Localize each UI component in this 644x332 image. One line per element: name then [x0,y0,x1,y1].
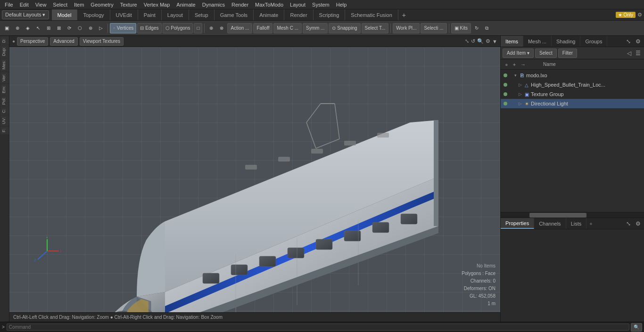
expand-light[interactable]: ▷ [518,101,522,106]
sidebar-item-dup[interactable]: Dup: [0,45,9,58]
falloff-btn[interactable]: Falloff [253,23,272,33]
toolbar-icon-x[interactable]: ⊗ [217,23,226,33]
panel-settings-btn[interactable]: ⚙ [634,38,642,45]
toolbar-icon-arrow[interactable]: ↖ [33,23,43,33]
tab-paint[interactable]: Paint [138,9,162,20]
toolbar-icon-expand[interactable]: ⧉ [482,23,491,33]
tab-scripting[interactable]: Scripting [314,9,346,20]
tree-item-light[interactable]: ▷ ☀ Directional Light [501,99,644,108]
sidebar-item-em[interactable]: Em: [0,84,9,95]
expand-mesh[interactable]: ▷ [518,82,522,87]
toolbar-icon-sel[interactable]: ◈ [23,23,33,33]
viewport-icon-search[interactable]: 🔍 [477,38,484,44]
sidebar-item-uv[interactable]: UV: [0,115,9,126]
sidebar-item-d[interactable]: D: [0,37,9,45]
add-item-button[interactable]: Add Item ▾ [503,49,534,58]
mesh-btn[interactable]: Mesh C ... [273,23,302,33]
viewport-icon-refresh[interactable]: ↺ [471,38,475,44]
viewport-icon-expand[interactable]: ⤡ [465,38,469,44]
perspective-btn[interactable]: Perspective [17,37,48,46]
tab-render[interactable]: Render [284,9,313,20]
work-plane-btn[interactable]: Work Pl... [393,23,420,33]
tab-lists[interactable]: Lists [566,218,587,229]
menu-dynamics[interactable]: Dynamics [199,1,228,8]
command-search-btn[interactable]: 🔍 [631,323,642,332]
select-button[interactable]: Select [535,49,557,58]
scene-tree-scroll[interactable]: ▾ 🖹 modo.lxo ▷ △ High_Speed_Bullet_Train… [501,70,644,212]
settings-icon[interactable]: ⚙ [637,12,642,18]
menu-view[interactable]: View [33,1,50,8]
menu-maxtomodo[interactable]: MaxToModo [252,1,286,8]
toolbar-icon-add[interactable]: ⊕ [13,23,22,33]
select-t-btn[interactable]: Select T... [362,23,389,33]
menu-render[interactable]: Render [229,1,251,8]
menu-vertex-map[interactable]: Vertex Map [141,1,173,8]
edges-btn[interactable]: ⊟ Edges [137,23,161,33]
prop-settings-btn[interactable]: ⚙ [634,220,642,227]
element-btn[interactable]: □ [194,23,202,33]
tree-item-texture[interactable]: ▷ ▣ Texture Group [501,89,644,99]
viewport-canvas[interactable]: X Y Z No Items Polygons : Face Channels:… [9,47,500,312]
selection-btn[interactable]: Selecti ... [421,23,446,33]
snapping-btn[interactable]: ⊙ Snapping [329,23,360,33]
tree-scrollbar[interactable] [501,212,644,218]
tab-items[interactable]: Items [501,36,523,47]
menu-layout[interactable]: Layout [287,1,308,8]
menu-geometry[interactable]: Geometry [88,1,116,8]
menu-select[interactable]: Select [50,1,70,8]
tab-groups[interactable]: Groups [580,36,607,47]
toolbar-icon-refresh[interactable]: ↻ [472,23,481,33]
symm-btn[interactable]: Symm ... [303,23,328,33]
menu-file[interactable]: File [2,1,16,8]
tab-properties[interactable]: Properties [501,218,534,229]
tab-topology[interactable]: Topology [77,9,110,20]
toolbar-icon-rotate[interactable]: ⟳ [65,23,74,33]
tab-uvedit[interactable]: UVEdit [110,9,138,20]
tree-item-root[interactable]: ▾ 🖹 modo.lxo [501,71,644,80]
vis-dot-mesh[interactable] [503,81,509,88]
tab-layout[interactable]: Layout [162,9,189,20]
tab-setup[interactable]: Setup [189,9,215,20]
vis-dot-light[interactable] [503,100,509,107]
tab-mesh[interactable]: Mesh ... [523,36,552,47]
sidebar-item-c[interactable]: C: [0,107,9,115]
layout-add-tab[interactable]: + [398,9,410,20]
advanced-btn[interactable]: Advanced [50,37,77,46]
action-btn[interactable]: Action ... [227,23,252,33]
filter-button[interactable]: Filter [558,49,577,58]
toolbar-icon-circle[interactable]: ⊕ [206,23,216,33]
tab-model[interactable]: Model [52,9,78,20]
sidebar-item-f[interactable]: F: [0,127,9,134]
items-add-icon[interactable]: + [512,61,517,68]
expand-root[interactable]: ▾ [513,73,518,78]
expand-texture[interactable]: ▷ [518,92,522,97]
tab-animate[interactable]: Animate [254,9,284,20]
sidebar-item-pol[interactable]: Pol: [0,96,9,107]
toolbar-icon-play[interactable]: ▷ [96,23,106,33]
toolbar-icon-star[interactable]: ⊛ [86,23,95,33]
toolbar-icon-grid[interactable]: ▣ [2,23,12,33]
tab-channels[interactable]: Channels [534,218,566,229]
toolbar-icon-hex[interactable]: ⬡ [75,23,85,33]
tab-shading[interactable]: Shading [552,36,580,47]
sidebar-item-mes[interactable]: Mes: [0,58,9,72]
viewport-icon-chevron[interactable]: ▼ [492,39,497,44]
tree-item-mesh[interactable]: ▷ △ High_Speed_Bullet_Train_Loc... [501,80,644,89]
panel-expand-btn[interactable]: ⤡ [625,38,632,45]
items-collapse-btn[interactable]: ◁ [626,49,633,57]
menu-help[interactable]: Help [333,1,350,8]
tab-schematic-fusion[interactable]: Schematic Fusion [345,9,398,20]
viewport-icon-gear[interactable]: ⚙ [486,38,490,44]
sidebar-item-ver[interactable]: Ver: [0,72,9,83]
vis-dot-texture[interactable] [503,91,509,97]
items-arrow-icon[interactable]: → [519,61,527,68]
menu-texture[interactable]: Texture [117,1,140,8]
toolbar-icon-box[interactable]: ⊞ [44,23,53,33]
menu-item[interactable]: Item [71,1,87,8]
menu-edit[interactable]: Edit [17,1,32,8]
menu-animate[interactable]: Animate [173,1,198,8]
items-menu-btn[interactable]: ☰ [634,49,642,57]
prop-expand-btn[interactable]: ⤡ [625,220,632,227]
command-input[interactable] [7,324,629,331]
tree-scrollbar-thumb[interactable] [529,213,587,218]
